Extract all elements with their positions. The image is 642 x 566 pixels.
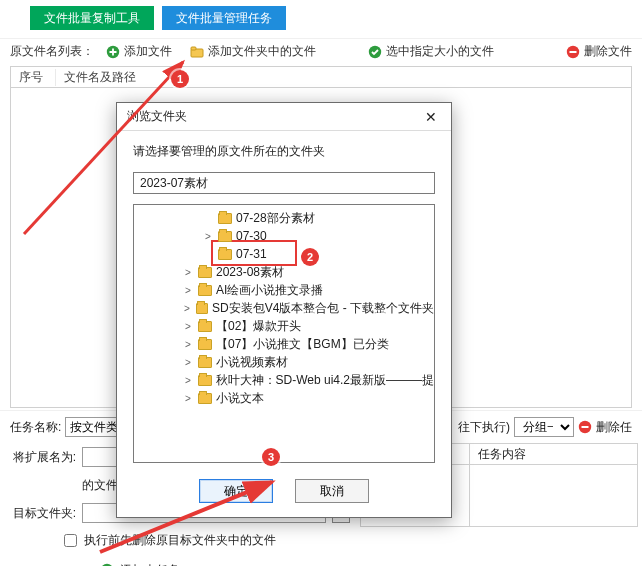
- source-toolbar: 原文件名列表： 添加文件 添加文件夹中的文件 选中指定大小的文件 删除文件: [0, 38, 642, 66]
- callout-badge-3: 3: [262, 448, 280, 466]
- tree-row[interactable]: >秋叶大神：SD-Web ui4.2最新版———提: [134, 371, 434, 389]
- svg-rect-5: [570, 51, 577, 53]
- dialog-cancel-button[interactable]: 取消: [295, 479, 369, 503]
- tree-row[interactable]: >SD安装包V4版本整合包 - 下载整个文件夹: [134, 299, 434, 317]
- of-files-label: 的文件: [82, 477, 118, 494]
- dialog-path-field[interactable]: 2023-07素材: [133, 172, 435, 194]
- source-list-label: 原文件名列表：: [10, 43, 94, 60]
- dialog-prompt: 请选择要管理的原文件所在的文件夹: [133, 143, 435, 160]
- dialog-close-button[interactable]: ✕: [419, 107, 443, 127]
- folder-icon: [198, 393, 212, 404]
- folder-icon: [198, 285, 212, 296]
- folder-icon: [198, 357, 212, 368]
- callout-badge-1: 1: [171, 70, 189, 88]
- tree-item-label: 【02】爆款开头: [216, 318, 301, 335]
- pre-delete-checkbox[interactable]: 执行前先删除原目标文件夹中的文件: [60, 531, 350, 550]
- tree-row[interactable]: >AI绘画小说推文录播: [134, 281, 434, 299]
- browse-folder-dialog: 浏览文件夹 ✕ 请选择要管理的原文件所在的文件夹 2023-07素材 07-28…: [116, 102, 452, 518]
- tree-item-label: 【07】小说推文【BGM】已分类: [216, 336, 389, 353]
- folder-icon: [198, 267, 212, 278]
- col-no: 序号: [11, 69, 56, 86]
- folder-icon: [218, 213, 232, 224]
- add-task-button[interactable]: 添加本任务: [120, 562, 180, 567]
- target-label: 目标文件夹:: [10, 505, 76, 522]
- plus-circle-icon: [106, 45, 120, 59]
- folder-icon: [198, 321, 212, 332]
- folder-icon: [198, 339, 212, 350]
- tree-item-label: 秋叶大神：SD-Web ui4.2最新版———提: [216, 372, 434, 389]
- tree-row[interactable]: >【07】小说推文【BGM】已分类: [134, 335, 434, 353]
- expand-icon[interactable]: >: [182, 339, 194, 350]
- svg-rect-2: [191, 47, 196, 50]
- col-path: 文件名及路径: [56, 69, 144, 86]
- folder-tree[interactable]: 07-28部分素材>07-3007-31>2023-08素材>AI绘画小说推文录…: [133, 204, 435, 463]
- minus-circle-icon: [566, 45, 580, 59]
- tree-item-label: SD安装包V4版本整合包 - 下载整个文件夹: [212, 300, 434, 317]
- add-file-button[interactable]: 添加文件: [106, 43, 172, 60]
- tree-row[interactable]: >小说视频素材: [134, 353, 434, 371]
- dialog-title: 浏览文件夹: [127, 108, 187, 125]
- folder-icon: [198, 375, 212, 386]
- task-name-label: 任务名称:: [10, 419, 61, 436]
- callout-badge-2: 2: [301, 248, 319, 266]
- minus-circle-icon: [578, 420, 592, 434]
- delete-file-button[interactable]: 删除文件: [566, 43, 632, 60]
- expand-icon[interactable]: >: [182, 285, 194, 296]
- tree-row[interactable]: 07-28部分素材: [134, 209, 434, 227]
- add-folder-files-button[interactable]: 添加文件夹中的文件: [190, 43, 316, 60]
- expand-icon[interactable]: >: [182, 357, 194, 368]
- task-suffix-text: 往下执行): [458, 419, 510, 436]
- svg-rect-7: [582, 426, 589, 428]
- tree-item-label: AI绘画小说推文录播: [216, 282, 323, 299]
- manage-tasks-button[interactable]: 文件批量管理任务: [162, 6, 286, 30]
- folder-icon: [218, 249, 232, 260]
- tree-item-label: 小说视频素材: [216, 354, 288, 371]
- expand-icon[interactable]: >: [182, 303, 192, 314]
- tree-row[interactable]: >【02】爆款开头: [134, 317, 434, 335]
- expand-icon[interactable]: >: [182, 393, 194, 404]
- tree-item-label: 小说文本: [216, 390, 264, 407]
- file-list-header: 序号 文件名及路径: [10, 66, 632, 88]
- expand-icon[interactable]: >: [182, 267, 194, 278]
- tree-item-label: 2023-08素材: [216, 264, 284, 281]
- close-icon: ✕: [425, 109, 437, 125]
- tree-item-label: 07-28部分素材: [236, 210, 315, 227]
- task-group-select[interactable]: 分组一: [514, 417, 574, 437]
- folder-add-icon: [190, 45, 204, 59]
- col-task-content: 任务内容: [470, 443, 638, 465]
- dialog-ok-button[interactable]: 确定: [199, 479, 273, 503]
- copy-tool-button[interactable]: 文件批量复制工具: [30, 6, 154, 30]
- folder-icon: [218, 231, 232, 242]
- expand-icon[interactable]: >: [182, 321, 194, 332]
- folder-icon: [196, 303, 208, 314]
- expand-icon[interactable]: >: [182, 375, 194, 386]
- delete-task-button[interactable]: 删除任: [596, 419, 632, 436]
- select-by-size-button[interactable]: 选中指定大小的文件: [368, 43, 494, 60]
- tree-row[interactable]: >小说文本: [134, 389, 434, 407]
- check-circle-icon: [368, 45, 382, 59]
- ext-label: 将扩展名为:: [10, 449, 76, 466]
